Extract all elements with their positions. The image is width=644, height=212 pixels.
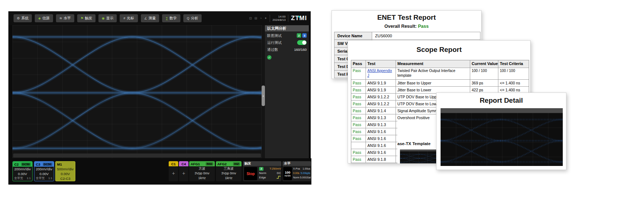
scope-display: › 以太网分析 眼图测试 2 3 运行测试 通过数 160/160 <box>12 25 309 158</box>
enet-report-title: ENET Test Report <box>332 14 481 22</box>
toolbar-button-horizontal[interactable]: ≋水平 <box>56 14 74 22</box>
overall-value: Pass <box>418 24 428 29</box>
edge-slope-icon <box>267 175 281 181</box>
cell-pass: Pass <box>351 114 366 121</box>
afg2-box[interactable]: AFG2HiZ 三角波 3Vpp 0mv 1kHz <box>216 161 242 181</box>
divider <box>288 15 288 22</box>
pass-count-value: 160/160 <box>294 47 307 52</box>
cell-test: ANSI 9.1.2.2 <box>366 94 396 100</box>
cell-pass: Pass <box>351 156 366 163</box>
report-detail-window: Report Detail <box>436 92 566 170</box>
status-icon-1[interactable]: ⊡ <box>249 16 252 20</box>
trigger-state-box: Stop <box>244 167 257 180</box>
panel-collapse-handle[interactable]: › <box>262 86 265 106</box>
cell-test: ANSI 9.1.2.2 <box>366 101 396 107</box>
row-label: Device Name <box>334 32 372 39</box>
math-icon: ∑ <box>166 16 168 20</box>
button-label: 测量 <box>149 16 156 21</box>
afg1-box[interactable]: AFG150Ω 方波 3Vpp 0mv 1kHz <box>189 161 215 181</box>
cell-test: ANSI 9.1.8 <box>366 156 396 163</box>
scope-bottom-bar: C2DC50 200mV/div 0.00V 全带宽1:1 C3DC50 200… <box>8 158 311 185</box>
cell-measurement: Twisted Pair Active Output Interface tem… <box>396 68 470 79</box>
overall-result: Overall Result: Pass <box>332 24 481 29</box>
cell-pass: Pass <box>351 135 366 142</box>
button-label: 水平 <box>64 16 71 21</box>
eye-test-row[interactable]: 眼图测试 2 3 <box>265 33 309 38</box>
template-caption: ase-TX Template <box>397 141 431 146</box>
search-icon: Q <box>187 16 189 20</box>
channel-bandwidth: 全带宽 <box>14 176 23 181</box>
status-icon-2[interactable]: ⊟ <box>254 16 257 20</box>
column-header: Test <box>366 60 396 68</box>
cell-pass: Pass <box>351 107 366 114</box>
status-icon-3[interactable]: ◔ <box>260 16 262 20</box>
toolbar-button-analysis[interactable]: Q分析 <box>183 14 202 22</box>
cell-pass: Pass <box>351 128 366 135</box>
cell-test: ANSI 9.1.6 <box>366 149 396 156</box>
badge-3[interactable]: 3 <box>302 33 307 38</box>
badge-2[interactable]: 2 <box>297 33 301 38</box>
test-link[interactable]: ANSI Appendix J <box>367 69 392 77</box>
channel-box-c1[interactable]: C1 + <box>169 161 178 181</box>
horizontal-section[interactable]: 水平 100 ns/div X-Pos 0.00s Norm 1.00us 5.… <box>282 161 311 181</box>
xpos-label: X-Pos <box>293 167 300 171</box>
cell-test: ANSI 9.1.3 <box>366 121 396 128</box>
wave-frequency: 1kHz <box>216 176 242 181</box>
cell-measurement: Jitter Base to Upper <box>396 80 470 86</box>
waveform-scrollbar[interactable] <box>13 154 261 158</box>
table-row: PassANSI 9.1.9Jitter Base to Upper369 ps… <box>351 80 529 87</box>
trigger-type: Edge <box>259 175 266 180</box>
status-icon-4[interactable]: ✦ <box>264 16 267 20</box>
channel-box-c3[interactable]: C3DC50 200mV/div 0.00V 全带宽1:1 <box>34 161 54 181</box>
toolbar-button-trigger[interactable]: ⚑触发 <box>77 14 96 22</box>
report-detail-title: Report Detail <box>437 96 566 105</box>
math-source: C2-C3 <box>56 176 75 181</box>
check-icon: ✓ <box>267 55 272 60</box>
cell-test: ANSI 9.1.9 <box>366 80 396 86</box>
logo-triangle-icon <box>297 16 300 18</box>
coupling-badge: DC50 <box>21 163 31 166</box>
column-header: Measurement <box>396 60 470 68</box>
cursor-icon: # <box>123 16 125 20</box>
coupling-badge: DC50 <box>43 163 52 166</box>
trigger-coupling: DC <box>267 171 281 175</box>
cell-pass: Pass <box>351 80 366 86</box>
clock: 14:00 2024/8/13 <box>273 15 286 22</box>
toolbar-button-cursor[interactable]: #光标 <box>120 14 138 22</box>
channel-bandwidth: 全带宽 <box>36 176 45 181</box>
wave-amplitude: 3Vpp 0mv <box>216 171 242 176</box>
cell-criteria: 100 / 100 <box>498 68 529 79</box>
horizontal-mode: Norm <box>293 175 300 180</box>
toolbar-button-measure[interactable]: ∠测量 <box>141 14 159 22</box>
trigger-section[interactable]: 触发 Stop 2 Norm Edge T:250mV DC <box>243 161 281 181</box>
channel-box-c4[interactable]: C4 + <box>179 161 188 181</box>
cell-pass: Pass <box>351 87 366 93</box>
afg-label: AFG1 <box>191 162 200 166</box>
toolbar-button-source[interactable]: ◈信源 <box>35 14 53 22</box>
image-top-bar <box>441 108 563 113</box>
template-section: ase-TX Template <box>397 120 437 163</box>
channel-box-m1[interactable]: M1 500mV/div 0.00V C2-C3 <box>55 161 75 181</box>
toolbar-button-system[interactable]: ⚙系统 <box>14 14 32 22</box>
panel-title: 以太网分析 <box>265 25 309 31</box>
channel-box-c2[interactable]: C2DC50 200mV/div 0.00V 全带宽1:1 <box>12 161 33 181</box>
run-test-toggle[interactable] <box>297 40 307 45</box>
probe-ratio: 1:1 <box>27 176 31 181</box>
cell-test: ANSI 9.1.3 <box>366 114 396 121</box>
button-label: 数学 <box>169 16 177 21</box>
gear-icon: ⚙ <box>17 16 20 20</box>
timebase-value: 100 <box>285 171 290 174</box>
channel-scale: 200mV/div <box>34 167 54 171</box>
cell-test: ANSI 9.1.6 <box>366 135 396 142</box>
column-header: Test Criteria <box>498 60 529 68</box>
table-row: Pass ANSI Appendix J Twisted Pair Active… <box>351 68 529 80</box>
run-test-row: 运行测试 <box>265 40 309 45</box>
horizontal-icon: ≋ <box>59 16 62 20</box>
sample-rate: 5.00GSa/s <box>300 175 310 180</box>
toolbar-button-display[interactable]: ◉显示 <box>98 14 117 22</box>
column-header: Current Value <box>470 60 498 68</box>
clock-time: 14:00 <box>273 15 286 18</box>
cell-pass: Pass <box>351 94 366 100</box>
add-channel: + <box>179 166 188 180</box>
toolbar-button-math[interactable]: ∑数学 <box>162 14 180 22</box>
